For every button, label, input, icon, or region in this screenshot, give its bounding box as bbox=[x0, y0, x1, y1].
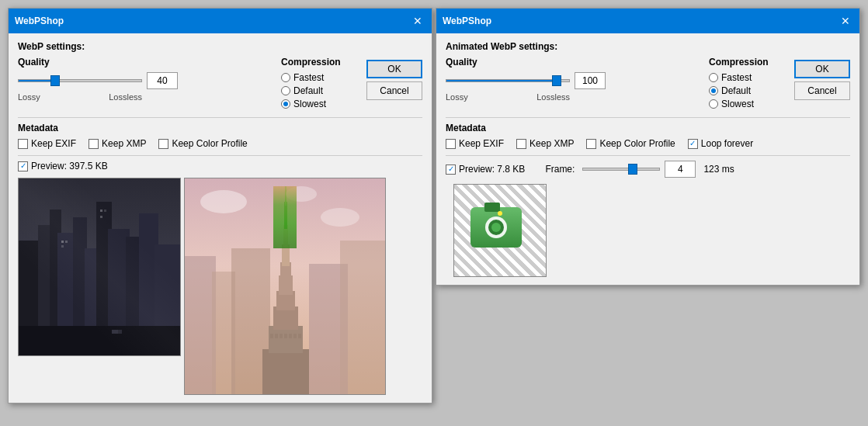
city-svg-1 bbox=[19, 178, 181, 356]
quality-section-2: Quality 100 Lossy Lossless bbox=[446, 57, 701, 109]
radio-fastest-2[interactable]: Fastest bbox=[709, 72, 786, 83]
svg-rect-0 bbox=[19, 178, 181, 356]
svg-rect-48 bbox=[484, 203, 500, 212]
quality-row-1: 40 bbox=[18, 72, 273, 89]
quality-labels-1: Lossy Lossless bbox=[18, 92, 142, 102]
preview-box-1 bbox=[18, 161, 28, 171]
keep-xmp-1[interactable]: Keep XMP bbox=[89, 138, 146, 149]
keep-exif-label-1: Keep EXIF bbox=[31, 138, 76, 149]
ok-button-2[interactable]: OK bbox=[794, 60, 850, 78]
radio-fastest-1[interactable]: Fastest bbox=[281, 72, 359, 83]
keep-xmp-2[interactable]: Keep XMP bbox=[516, 138, 574, 149]
svg-rect-40 bbox=[284, 334, 287, 338]
quality-labels-2: Lossy Lossless bbox=[446, 92, 570, 102]
dialog-title-1: WebPShop bbox=[15, 16, 64, 26]
preview-checkbox-1[interactable]: Preview: 397.5 KB bbox=[18, 161, 108, 171]
keep-exif-2[interactable]: Keep EXIF bbox=[446, 138, 504, 149]
frame-label-2: Frame: bbox=[545, 164, 575, 175]
preview-checkbox-2[interactable]: Preview: 7.8 KB bbox=[446, 164, 525, 175]
camera-svg bbox=[469, 199, 523, 254]
preview-image-right-1 bbox=[184, 178, 386, 395]
close-button-1[interactable]: ✕ bbox=[410, 13, 425, 29]
quality-slider-1[interactable] bbox=[18, 79, 142, 82]
svg-rect-26 bbox=[340, 241, 386, 395]
frame-slider-2[interactable] bbox=[582, 168, 660, 171]
settings-label-1: WebP settings: bbox=[18, 41, 422, 52]
keep-xmp-box-1 bbox=[89, 139, 99, 149]
loop-forever-label-2: Loop forever bbox=[701, 138, 753, 149]
preview-label-1: Preview: 397.5 KB bbox=[31, 161, 108, 171]
close-button-2[interactable]: ✕ bbox=[838, 13, 853, 29]
divider-3 bbox=[446, 117, 850, 118]
quality-label-1: Quality bbox=[18, 57, 273, 68]
webpshop-dialog-2: WebPShop ✕ Animated WebP settings: Quali… bbox=[436, 8, 860, 286]
keep-xmp-label-1: Keep XMP bbox=[102, 138, 146, 149]
frame-value-2[interactable]: 4 bbox=[665, 161, 696, 178]
radio-group-2: Fastest Default Slowest bbox=[709, 72, 786, 109]
quality-value-2[interactable]: 100 bbox=[575, 72, 606, 89]
svg-rect-10 bbox=[139, 213, 158, 356]
svg-rect-9 bbox=[126, 237, 141, 356]
svg-rect-1 bbox=[19, 241, 42, 356]
radio-fastest-label-1: Fastest bbox=[293, 72, 324, 83]
quality-label-2: Quality bbox=[446, 57, 701, 68]
quality-slider-2[interactable] bbox=[446, 79, 570, 82]
svg-rect-20 bbox=[118, 330, 122, 334]
svg-point-45 bbox=[321, 208, 359, 227]
keep-color-profile-1[interactable]: Keep Color Profile bbox=[158, 138, 247, 149]
dialog-body-2: Animated WebP settings: Quality 100 Loss… bbox=[436, 33, 859, 285]
title-bar-2: WebPShop ✕ bbox=[436, 9, 859, 33]
dialog-body-1: WebP settings: Quality 40 Lossy Lossless bbox=[9, 33, 432, 403]
radio-group-1: Fastest Default Slowest bbox=[281, 72, 359, 109]
camera-icon-container bbox=[469, 199, 531, 261]
svg-rect-43 bbox=[298, 334, 301, 338]
keep-xmp-box-2 bbox=[516, 139, 526, 149]
keep-exif-box-2 bbox=[446, 139, 456, 149]
radio-slowest-1[interactable]: Slowest bbox=[281, 99, 359, 109]
svg-rect-2 bbox=[38, 225, 54, 356]
loop-forever-2[interactable]: Loop forever bbox=[688, 138, 753, 149]
radio-circle-fastest-2 bbox=[709, 73, 718, 82]
animated-preview-area bbox=[446, 184, 850, 277]
radio-default-1[interactable]: Default bbox=[281, 85, 359, 96]
frame-ms-2: 123 ms bbox=[703, 164, 734, 175]
quality-value-1[interactable]: 40 bbox=[147, 72, 178, 89]
checkbox-row-2: Keep EXIF Keep XMP Keep Color Profile Lo… bbox=[446, 138, 850, 149]
keep-xmp-label-2: Keep XMP bbox=[529, 138, 574, 149]
svg-rect-41 bbox=[289, 334, 292, 338]
metadata-label-2: Metadata bbox=[446, 123, 850, 133]
keep-color-profile-2[interactable]: Keep Color Profile bbox=[586, 138, 675, 149]
cancel-button-2[interactable]: Cancel bbox=[794, 81, 850, 100]
slider-thumb-1[interactable] bbox=[50, 75, 60, 86]
keep-exif-1[interactable]: Keep EXIF bbox=[18, 138, 76, 149]
svg-rect-13 bbox=[65, 241, 68, 243]
radio-circle-fastest-1 bbox=[281, 73, 290, 82]
divider-4 bbox=[446, 155, 850, 156]
keep-color-profile-label-1: Keep Color Profile bbox=[172, 138, 247, 149]
compression-label-1: Compression bbox=[281, 57, 359, 68]
svg-rect-33 bbox=[282, 244, 290, 266]
radio-slowest-label-2: Slowest bbox=[721, 99, 754, 109]
animated-preview-image bbox=[453, 184, 547, 277]
compression-section-1: Compression Fastest Default Slowest bbox=[281, 57, 359, 109]
slider-fill-2 bbox=[446, 80, 557, 81]
cancel-button-1[interactable]: Cancel bbox=[366, 81, 422, 100]
keep-exif-box-1 bbox=[18, 139, 28, 149]
svg-rect-12 bbox=[61, 241, 64, 243]
lossless-label-2: Lossless bbox=[536, 92, 570, 102]
ok-button-1[interactable]: OK bbox=[366, 60, 422, 78]
svg-rect-11 bbox=[155, 244, 181, 356]
svg-rect-8 bbox=[108, 229, 130, 356]
svg-rect-34 bbox=[283, 225, 288, 248]
metadata-section-2: Metadata Keep EXIF Keep XMP Keep Color P… bbox=[446, 123, 850, 149]
radio-default-2[interactable]: Default bbox=[709, 85, 786, 96]
quality-section-1: Quality 40 Lossy Lossless bbox=[18, 57, 273, 109]
frame-slider-thumb-2[interactable] bbox=[628, 164, 637, 175]
svg-rect-38 bbox=[275, 334, 278, 338]
radio-slowest-2[interactable]: Slowest bbox=[709, 99, 786, 109]
svg-rect-18 bbox=[19, 326, 181, 356]
radio-circle-default-2 bbox=[709, 86, 718, 95]
svg-rect-39 bbox=[279, 334, 283, 338]
slider-thumb-2[interactable] bbox=[552, 75, 561, 86]
preview-row-2: Preview: 7.8 KB Frame: 4 123 ms bbox=[446, 161, 850, 178]
